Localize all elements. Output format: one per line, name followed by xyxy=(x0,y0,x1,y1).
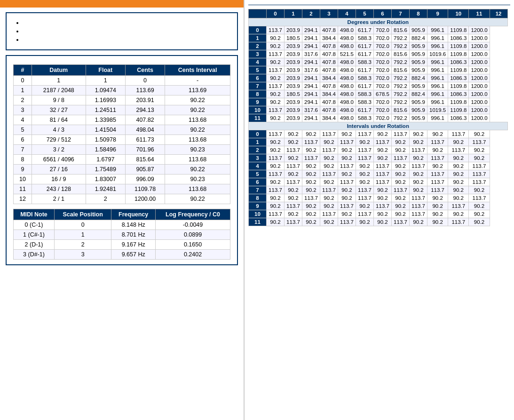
matrix-cell: 90.2 xyxy=(267,90,285,98)
matrix-row: 690.2203.9294.1384.4498.0588.3702.0792.2… xyxy=(249,74,508,82)
matrix-row-header: 8 xyxy=(249,194,267,202)
matrix-cell: 294.1 xyxy=(302,82,320,90)
matrix-cell: 702.0 xyxy=(374,42,392,50)
matrix-cell: 588.3 xyxy=(356,74,374,82)
matrix-cell: 90.2 xyxy=(448,194,469,202)
matrix-cell: 498.0 xyxy=(338,26,356,34)
matrix-cell: 792.2 xyxy=(392,114,410,122)
midi-col-header: Scale Position xyxy=(55,209,111,220)
matrix-row-header: 6 xyxy=(249,178,267,186)
matrix-cell: 113.7 xyxy=(338,138,356,146)
matrix-cell: 1200.0 xyxy=(469,98,490,106)
matrix-cell: 905.9 xyxy=(410,42,427,50)
matrix-row-header: 0 xyxy=(249,26,267,34)
matrix-cell: 90.2 xyxy=(392,178,410,186)
matrix-row: 490.2113.790.290.2113.790.2113.790.2113.… xyxy=(249,162,508,170)
matrix-cell: 882.4 xyxy=(410,34,427,42)
matrix-cell: 384.4 xyxy=(320,114,338,122)
matrix-cell: 90.2 xyxy=(427,130,448,138)
matrix-cell: 611.7 xyxy=(356,66,374,74)
matrix-cell: 203.9 xyxy=(285,26,302,34)
matrix-cell: 1109.8 xyxy=(448,50,469,58)
matrix-cell: 1200.0 xyxy=(469,82,490,90)
matrix-row-header: 1 xyxy=(249,138,267,146)
matrix-cell: 90.2 xyxy=(392,210,410,218)
midi-cell: 1 (C#-1) xyxy=(14,230,55,240)
matrix-cell: 90.2 xyxy=(267,202,285,210)
matrix-row: 190.2180.5294.1384.4498.0588.3702.0792.2… xyxy=(249,34,508,42)
matrix-row: 7113.790.290.2113.790.2113.790.2113.790.… xyxy=(249,186,508,194)
scale-cell: 1 xyxy=(32,76,86,86)
matrix-cell: 90.2 xyxy=(469,210,490,218)
matrix-cell: 113.7 xyxy=(338,218,356,226)
link-item xyxy=(24,36,230,43)
link-item xyxy=(24,19,230,26)
matrix-row: 0113.7203.9294.1407.8498.0611.7702.0815.… xyxy=(249,26,508,34)
matrix-row: 5113.790.290.2113.790.290.2113.790.290.2… xyxy=(249,170,508,178)
matrix-cell: 113.7 xyxy=(469,194,490,202)
matrix-cell: 90.2 xyxy=(285,138,302,146)
matrix-cell: 1200.0 xyxy=(469,106,490,114)
scale-cell: 10 xyxy=(14,174,32,184)
matrix-cell: 498.0 xyxy=(338,42,356,50)
matrix-cell: 407.8 xyxy=(320,66,338,74)
scale-cell: 113.68 xyxy=(165,115,230,125)
matrix-cell: 113.7 xyxy=(285,178,302,186)
scale-cell: 1.09474 xyxy=(86,86,125,95)
matrix-cell: 792.2 xyxy=(392,58,410,66)
matrix-cell: 113.7 xyxy=(320,130,338,138)
midi-cell: 0.2402 xyxy=(156,250,230,260)
matrix-cell: 90.2 xyxy=(392,146,410,154)
matrix-cell: 498.0 xyxy=(338,106,356,114)
scale-table-row: 86561 / 40961.6797815.64113.68 xyxy=(14,155,230,165)
matrix-cell: 905.9 xyxy=(410,114,427,122)
matrix-cell: 90.2 xyxy=(320,162,338,170)
matrix-cell: 1200.0 xyxy=(469,114,490,122)
scale-table-row: 332 / 271.24511294.1390.22 xyxy=(14,105,230,115)
matrix-cell: 384.4 xyxy=(320,90,338,98)
matrix-cell: 905.9 xyxy=(410,98,427,106)
matrix-cell: 1109.8 xyxy=(448,106,469,114)
matrix-cell: 90.2 xyxy=(320,178,338,186)
scale-cell: 6561 / 4096 xyxy=(32,155,86,165)
matrix-cell: 905.9 xyxy=(410,50,427,58)
matrix-row: 3113.7203.9317.6407.8521.5611.7702.0815.… xyxy=(249,50,508,58)
matrix-cell: 203.9 xyxy=(285,66,302,74)
matrix-cell: 113.7 xyxy=(267,154,285,162)
matrix-cell: 113.7 xyxy=(448,130,469,138)
scale-col-header: # xyxy=(14,65,32,76)
scale-cell: 498.04 xyxy=(125,125,165,135)
matrix-cell: 815.6 xyxy=(392,106,410,114)
matrix-cell: 90.2 xyxy=(302,202,320,210)
scale-cell: 90.22 xyxy=(165,125,230,135)
matrix-cell: 113.7 xyxy=(267,170,285,178)
matrix-row-header: 4 xyxy=(249,58,267,66)
matrix-cell: 113.7 xyxy=(267,66,285,74)
scale-cell: 8 xyxy=(14,155,32,165)
matrix-cell: 113.7 xyxy=(374,162,392,170)
matrix-cell: 1200.0 xyxy=(469,90,490,98)
matrix-cell: 882.4 xyxy=(410,74,427,82)
matrix-cell: 90.2 xyxy=(469,146,490,154)
matrix-cell: 996.1 xyxy=(427,74,448,82)
matrix-row-header: 11 xyxy=(249,218,267,226)
midi-cell: 9.167 Hz xyxy=(111,240,156,250)
matrix-cell: 1109.8 xyxy=(448,98,469,106)
matrix-cell: 996.1 xyxy=(427,42,448,50)
matrix-cell: 702.0 xyxy=(374,66,392,74)
scale-table: #DatumFloatCentsCents Interval 0110-1218… xyxy=(13,64,230,204)
matrix-cell: 792.2 xyxy=(392,42,410,50)
matrix-cell: 90.2 xyxy=(338,130,356,138)
right-panel[interactable]: 0123456789101112 Degrees under Rotation0… xyxy=(245,0,514,420)
matrix-cell: 90.2 xyxy=(285,210,302,218)
matrix-cell: 90.2 xyxy=(338,186,356,194)
matrix-cell: 90.2 xyxy=(410,178,427,186)
matrix-cell: 90.2 xyxy=(302,130,320,138)
matrix-cell: 90.2 xyxy=(410,154,427,162)
scale-col-header: Datum xyxy=(32,65,86,76)
matrix-row: 5113.7203.9317.6407.8498.0611.7702.0815.… xyxy=(249,66,508,74)
matrix-cell: 702.0 xyxy=(374,98,392,106)
matrix-cell: 90.2 xyxy=(267,98,285,106)
scale-cell: 113.68 xyxy=(165,155,230,165)
matrix-cell: 1200.0 xyxy=(469,66,490,74)
